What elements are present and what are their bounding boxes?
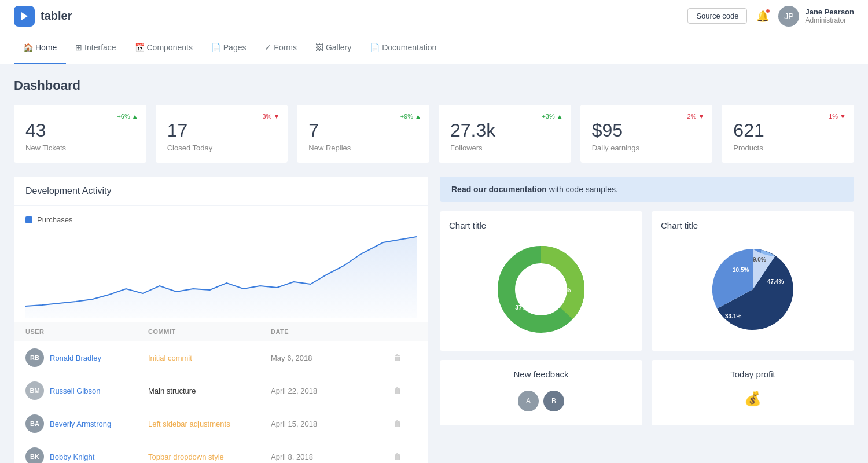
chart-card-2: Chart title — [652, 211, 854, 351]
stat-badge-3: +3% ▲ — [542, 113, 562, 120]
svg-text:10.5%: 10.5% — [733, 267, 749, 273]
row-avatar-3: BK — [25, 447, 44, 463]
charts-row: Chart title 37.0% 63.0% — [440, 211, 854, 351]
nav-components[interactable]: 📅 Components — [126, 32, 202, 64]
delete-button-2[interactable]: 🗑 — [393, 419, 417, 428]
stat-card-3: +3% ▲ 27.3k Followers — [439, 105, 571, 163]
main-nav: 🏠 Home ⊞ Interface 📅 Components 📄 Pages … — [0, 32, 868, 64]
stat-label-1: Closed Today — [167, 144, 277, 152]
chart-card-1: Chart title 37.0% 63.0% — [440, 211, 642, 351]
today-profit-card: Today profit 💰 — [652, 360, 854, 425]
chart-area: Purchases — [14, 206, 428, 322]
nav-forms[interactable]: ✓ Forms — [255, 32, 306, 64]
feedback-avatar-2: B — [543, 391, 564, 411]
user-cell-3: BK Bobby Knight — [25, 447, 148, 463]
nav-home[interactable]: 🏠 Home — [14, 32, 66, 64]
donut-chart-1: 37.0% 63.0% — [489, 237, 593, 341]
stat-value-2: 7 — [308, 120, 418, 141]
stat-badge-4: -2% ▼ — [685, 113, 705, 120]
row-name-3: Bobby Knight — [50, 453, 94, 461]
feedback-avatar-1: A — [518, 391, 539, 411]
stat-value-1: 17 — [167, 120, 277, 141]
table-row: BA Beverly Armstrong Left sidebar adjust… — [14, 407, 428, 440]
svg-text:33.1%: 33.1% — [725, 313, 741, 319]
row-commit-3: Topbar dropdown style — [148, 453, 271, 461]
col-user: USER — [25, 328, 148, 335]
header: tabler Source code 🔔 JP Jane Pearson Adm… — [0, 0, 868, 32]
delete-button-1[interactable]: 🗑 — [393, 386, 417, 395]
table-row: BM Russell Gibson Main structure April 2… — [14, 374, 428, 407]
chart1-title: Chart title — [449, 221, 633, 230]
nav-gallery[interactable]: 🖼 Gallery — [306, 32, 361, 64]
stat-card-5: -1% ▼ 621 Products — [722, 105, 854, 163]
user-role: Administrator — [805, 16, 854, 24]
row-name-2: Beverly Armstrong — [50, 420, 111, 428]
doc-banner: Read our documentation with code samples… — [440, 177, 854, 202]
donut-container-1: 37.0% 63.0% — [449, 237, 633, 341]
commits-table: USER COMMIT DATE RB Ronald Bradley Initi… — [14, 322, 428, 463]
table-row: BK Bobby Knight Topbar dropdown style Ap… — [14, 440, 428, 463]
page-title: Dashboard — [14, 78, 854, 93]
right-panel: Read our documentation with code samples… — [440, 177, 854, 463]
row-date-1: April 22, 2018 — [271, 387, 393, 395]
svg-point-4 — [518, 266, 564, 313]
stat-badge-5: -1% ▼ — [826, 113, 846, 120]
svg-text:47.4%: 47.4% — [767, 278, 784, 285]
user-name: Jane Pearson — [805, 8, 854, 16]
dev-activity-header: Development Activity — [14, 177, 428, 206]
stat-label-2: New Replies — [308, 144, 418, 152]
stat-badge-1: -3% ▼ — [260, 113, 280, 120]
nav-documentation[interactable]: 📄 Documentation — [361, 32, 446, 64]
row-date-0: May 6, 2018 — [271, 354, 393, 362]
stat-label-3: Followers — [450, 144, 560, 152]
stat-card-1: -3% ▼ 17 Closed Today — [156, 105, 288, 163]
nav-interface[interactable]: ⊞ Interface — [66, 32, 125, 64]
new-feedback-title: New feedback — [449, 369, 633, 379]
table-header: USER COMMIT DATE — [14, 322, 428, 341]
stat-card-2: +9% ▲ 7 New Replies — [297, 105, 429, 163]
profit-icon: 💰 — [744, 391, 762, 407]
nav-pages[interactable]: 📄 Pages — [202, 32, 256, 64]
stat-badge-2: +9% ▲ — [400, 113, 421, 120]
bottom-row: New feedback A B Today profit 💰 — [440, 360, 854, 425]
main-content: Dashboard +6% ▲ 43 New Tickets -3% ▼ 17 … — [0, 64, 868, 463]
stat-value-0: 43 — [25, 120, 135, 141]
chart2-title: Chart title — [661, 221, 845, 230]
notification-bell[interactable]: 🔔 — [756, 10, 769, 23]
svg-text:9.0%: 9.0% — [753, 256, 766, 263]
row-date-2: April 15, 2018 — [271, 420, 393, 428]
delete-button-0[interactable]: 🗑 — [393, 353, 417, 362]
col-action — [393, 328, 417, 335]
dev-activity-title: Development Activity — [25, 186, 112, 196]
user-info: Jane Pearson Administrator — [805, 8, 854, 24]
row-commit-2: Left sidebar adjustments — [148, 420, 271, 428]
content-row: Development Activity Purchases — [14, 177, 854, 463]
line-chart — [25, 231, 417, 318]
donut-container-2: 47.4% 33.1% 10.5% 9.0% — [661, 237, 845, 341]
logo-area: tabler — [14, 6, 72, 27]
row-avatar-1: BM — [25, 381, 44, 400]
user-area[interactable]: JP Jane Pearson Administrator — [778, 6, 854, 27]
stat-label-4: Daily earnings — [592, 144, 701, 152]
stat-label-5: Products — [733, 144, 843, 152]
dev-activity-card: Development Activity Purchases — [14, 177, 428, 463]
logo-icon — [14, 6, 35, 27]
row-name-1: Russell Gibson — [50, 387, 100, 395]
source-code-button[interactable]: Source code — [687, 8, 747, 24]
legend-label: Purchases — [37, 215, 72, 224]
row-avatar-2: BA — [25, 414, 44, 433]
notification-dot — [766, 9, 770, 13]
row-commit-0: Initial commit — [148, 354, 271, 362]
stat-badge-0: +6% ▲ — [117, 113, 138, 120]
delete-button-3[interactable]: 🗑 — [393, 452, 417, 461]
stats-row: +6% ▲ 43 New Tickets -3% ▼ 17 Closed Tod… — [14, 105, 854, 163]
row-date-3: April 8, 2018 — [271, 453, 393, 461]
col-commit: COMMIT — [148, 328, 271, 335]
avatar: JP — [778, 6, 799, 27]
user-cell-2: BA Beverly Armstrong — [25, 414, 148, 433]
today-profit-title: Today profit — [661, 369, 845, 379]
row-commit-1: Main structure — [148, 387, 271, 395]
col-date: DATE — [271, 328, 393, 335]
stat-card-4: -2% ▼ $95 Daily earnings — [580, 105, 713, 163]
pie-chart-2: 47.4% 33.1% 10.5% 9.0% — [695, 237, 811, 341]
